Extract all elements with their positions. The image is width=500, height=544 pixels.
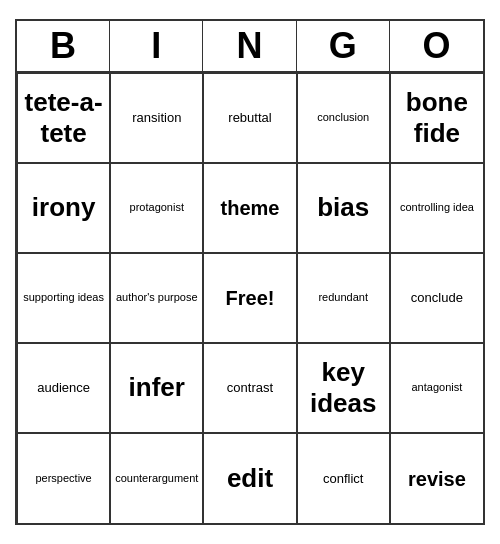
- bingo-cell: antagonist: [390, 343, 483, 433]
- bingo-cell: controlling idea: [390, 163, 483, 253]
- bingo-cell: conflict: [297, 433, 390, 523]
- bingo-card: BINGO tete-a-teteransitionrebuttalconclu…: [15, 19, 485, 525]
- bingo-cell: author's purpose: [110, 253, 203, 343]
- bingo-cell: protagonist: [110, 163, 203, 253]
- bingo-cell: rebuttal: [203, 73, 296, 163]
- bingo-cell: key ideas: [297, 343, 390, 433]
- bingo-cell: bone fide: [390, 73, 483, 163]
- bingo-cell: conclude: [390, 253, 483, 343]
- bingo-cell: revise: [390, 433, 483, 523]
- header-letter: B: [17, 21, 110, 71]
- bingo-header: BINGO: [17, 21, 483, 73]
- bingo-cell: supporting ideas: [17, 253, 110, 343]
- bingo-cell: ransition: [110, 73, 203, 163]
- bingo-cell: conclusion: [297, 73, 390, 163]
- bingo-cell: bias: [297, 163, 390, 253]
- bingo-cell: Free!: [203, 253, 296, 343]
- header-letter: G: [297, 21, 390, 71]
- bingo-cell: contrast: [203, 343, 296, 433]
- bingo-cell: irony: [17, 163, 110, 253]
- bingo-cell: audience: [17, 343, 110, 433]
- bingo-cell: theme: [203, 163, 296, 253]
- header-letter: O: [390, 21, 483, 71]
- bingo-cell: tete-a-tete: [17, 73, 110, 163]
- bingo-cell: infer: [110, 343, 203, 433]
- bingo-cell: redundant: [297, 253, 390, 343]
- bingo-cell: edit: [203, 433, 296, 523]
- header-letter: N: [203, 21, 296, 71]
- header-letter: I: [110, 21, 203, 71]
- bingo-cell: counterargument: [110, 433, 203, 523]
- bingo-cell: perspective: [17, 433, 110, 523]
- bingo-grid: tete-a-teteransitionrebuttalconclusionbo…: [17, 73, 483, 523]
